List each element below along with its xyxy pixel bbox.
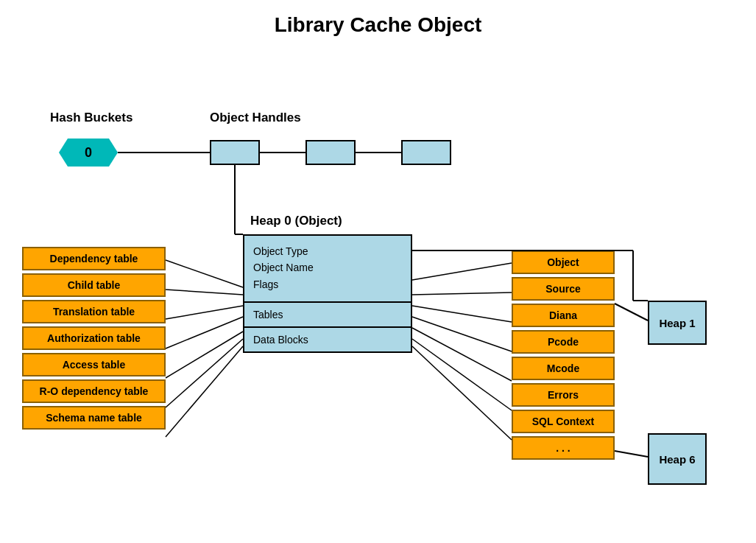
diagram-container: Library Cache Object Hash Buckets Object… [0, 0, 756, 543]
svg-line-17 [412, 339, 512, 410]
heap1-label: Heap 1 [659, 317, 695, 329]
page-title: Library Cache Object [0, 0, 756, 37]
right-item-sqlcontext: SQL Context [512, 410, 615, 433]
right-item-mcode: Mcode [512, 357, 615, 380]
object-handles-label: Object Handles [210, 111, 301, 125]
right-item-dots: . . . [512, 436, 615, 460]
svg-line-6 [166, 290, 243, 295]
right-item-pcode: Pcode [512, 330, 615, 354]
svg-line-10 [166, 339, 243, 407]
svg-line-9 [166, 332, 243, 378]
right-item-object: Object [512, 251, 615, 274]
table-item-ro-dependency: R-O dependency table [22, 379, 166, 403]
table-item-child: Child table [22, 273, 166, 297]
hash-buckets-label: Hash Buckets [50, 111, 133, 125]
table-item-translation: Translation table [22, 300, 166, 323]
handle-box-3 [401, 140, 451, 165]
svg-line-14 [412, 306, 512, 322]
svg-line-20 [615, 451, 648, 457]
heap0-tables-section: Tables [244, 303, 411, 328]
heap0-field-1: Object Type [253, 243, 402, 259]
heap0-label: Heap 0 (Object) [250, 214, 342, 228]
svg-line-18 [412, 346, 512, 440]
handle-box-2 [305, 140, 356, 165]
heap6-label: Heap 6 [659, 453, 695, 466]
heap1-box: Heap 1 [648, 301, 707, 345]
table-item-authorization: Authorization table [22, 326, 166, 350]
svg-line-16 [412, 328, 512, 381]
right-items-list: Object Source Diana Pcode Mcode Errors S… [512, 251, 615, 460]
svg-line-15 [412, 317, 512, 351]
right-item-diana: Diana [512, 304, 615, 327]
svg-line-12 [412, 263, 512, 280]
svg-line-11 [166, 346, 243, 437]
svg-line-19 [615, 304, 648, 320]
hash-bucket-shape: 0 [59, 139, 118, 167]
table-item-access: Access table [22, 353, 166, 376]
handle-box-1 [210, 140, 260, 165]
right-item-errors: Errors [512, 383, 615, 407]
left-table-list: Dependency table Child table Translation… [22, 247, 166, 430]
svg-line-8 [166, 317, 243, 348]
heap0-top-section: Object Type Object Name Flags [244, 236, 411, 303]
heap0-box: Object Type Object Name Flags Tables Dat… [243, 234, 412, 353]
heap6-box: Heap 6 [648, 433, 707, 485]
heap0-field-2: Object Name [253, 259, 402, 276]
right-item-source: Source [512, 277, 615, 301]
heap0-datablocks-section: Data Blocks [244, 328, 411, 351]
table-item-schema: Schema name table [22, 406, 166, 430]
hash-bucket-value: 0 [85, 145, 92, 161]
heap0-field-3: Flags [253, 276, 402, 292]
table-item-dependency: Dependency table [22, 247, 166, 270]
svg-line-7 [166, 306, 243, 319]
svg-line-5 [166, 260, 243, 287]
svg-line-13 [412, 292, 512, 295]
